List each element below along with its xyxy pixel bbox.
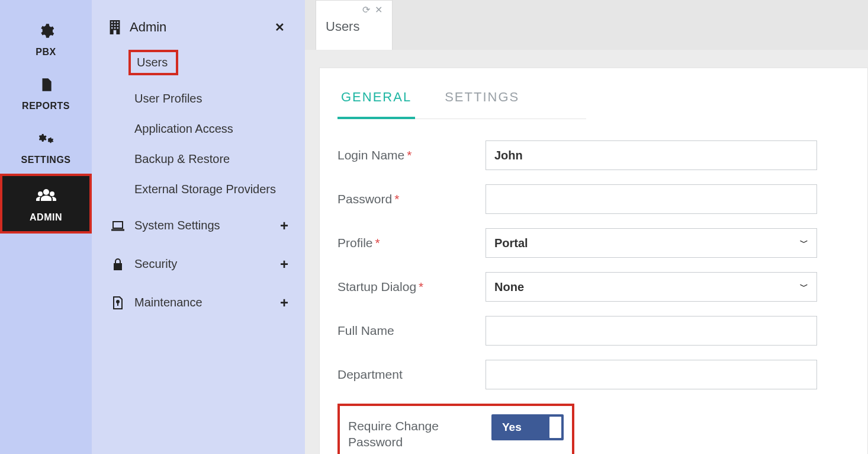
close-icon[interactable]: ✕: [270, 18, 290, 37]
svg-rect-5: [114, 21, 115, 23]
label-password: Password*: [337, 191, 486, 207]
expand-icon[interactable]: +: [280, 256, 288, 273]
document-tab-title: Users: [326, 19, 382, 34]
row-department: Department: [337, 360, 850, 389]
select-startup-dialog-value: None: [494, 280, 524, 294]
main-content: ⟳ ✕ Users GENERAL SETTINGS Login Name* P…: [305, 0, 868, 454]
sidebar-item-label: Application Access: [134, 122, 233, 135]
document-tabbar: ⟳ ✕ Users: [305, 0, 868, 50]
gears-icon: [37, 130, 56, 150]
close-icon[interactable]: ✕: [375, 4, 382, 15]
user-form-card: GENERAL SETTINGS Login Name* Password* P…: [319, 68, 868, 454]
sidebar-item-users[interactable]: Users: [105, 50, 294, 79]
input-department[interactable]: [486, 360, 817, 389]
expand-icon[interactable]: +: [280, 218, 288, 234]
toggle-knob: [549, 417, 561, 438]
sidebar-item-label: Backup & Restore: [134, 152, 230, 165]
svg-point-0: [43, 189, 49, 195]
input-password[interactable]: [486, 184, 817, 214]
building-icon: [107, 20, 123, 34]
rail-label: ADMIN: [30, 212, 62, 223]
tab-settings[interactable]: SETTINGS: [441, 81, 523, 119]
document-icon: [38, 76, 54, 96]
sidebar-item-user-profiles[interactable]: User Profiles: [105, 84, 294, 114]
svg-rect-9: [117, 24, 118, 25]
sidebar-item-label: External Storage Providers: [134, 183, 276, 196]
gear-icon: [38, 23, 54, 42]
row-startup-dialog: Startup Dialog* None ﹀: [337, 272, 850, 302]
row-full-name: Full Name: [337, 316, 850, 346]
svg-rect-6: [117, 21, 118, 23]
row-password: Password*: [337, 184, 850, 214]
row-login-name: Login Name*: [337, 140, 850, 170]
label-full-name: Full Name: [337, 322, 486, 338]
users-icon: [36, 187, 57, 207]
subpanel-title: Admin: [130, 20, 166, 35]
sidebar-item-external-storage[interactable]: External Storage Providers: [105, 174, 294, 204]
select-profile[interactable]: Portal ﹀: [486, 228, 817, 258]
sidebar-item-label: User Profiles: [134, 92, 202, 105]
rail-label: REPORTS: [22, 101, 70, 111]
input-login-name[interactable]: [486, 140, 817, 170]
sidebar-item-label: Maintenance: [134, 296, 202, 309]
label-startup-dialog: Startup Dialog*: [337, 279, 486, 295]
rail-item-admin[interactable]: ADMIN: [0, 174, 92, 234]
subpanel-header: Admin ✕: [105, 18, 294, 50]
sidebar-item-backup-restore[interactable]: Backup & Restore: [105, 144, 294, 174]
main-nav-rail: PBX REPORTS SETTINGS ADMIN: [0, 0, 92, 454]
refresh-icon[interactable]: ⟳: [362, 4, 370, 15]
svg-rect-13: [114, 30, 117, 34]
admin-subpanel: Admin ✕ Users User Profiles Application …: [92, 0, 305, 454]
expand-icon[interactable]: +: [280, 295, 288, 311]
rail-label: SETTINGS: [21, 155, 70, 165]
label-require-change-password: Require Change Password: [348, 414, 491, 450]
inner-tabs: GENERAL SETTINGS: [337, 81, 586, 119]
sidebar-item-label: Users: [128, 50, 178, 75]
rail-item-settings[interactable]: SETTINGS: [0, 120, 92, 174]
label-profile: Profile*: [337, 235, 486, 251]
chevron-down-icon: ﹀: [800, 238, 808, 248]
lock-icon: [111, 258, 125, 271]
row-require-change-password: Require Change Password Yes: [337, 404, 574, 454]
chevron-down-icon: ﹀: [800, 282, 808, 292]
svg-rect-7: [111, 24, 112, 25]
label-login-name: Login Name*: [337, 147, 486, 163]
svg-rect-14: [113, 222, 123, 228]
laptop-icon: [111, 220, 125, 231]
select-profile-value: Portal: [494, 236, 528, 250]
input-full-name[interactable]: [486, 316, 817, 346]
sidebar-item-application-access[interactable]: Application Access: [105, 114, 294, 144]
svg-rect-10: [111, 27, 112, 28]
rail-item-pbx[interactable]: PBX: [0, 12, 92, 66]
select-startup-dialog[interactable]: None ﹀: [486, 272, 817, 302]
svg-point-15: [117, 300, 119, 303]
toggle-value: Yes: [502, 421, 522, 434]
label-department: Department: [337, 366, 486, 382]
sidebar-item-system-settings[interactable]: System Settings +: [105, 210, 294, 241]
svg-rect-8: [114, 24, 115, 25]
svg-rect-12: [117, 27, 118, 28]
svg-rect-4: [111, 21, 112, 23]
sidebar-item-maintenance[interactable]: Maintenance +: [105, 287, 294, 318]
row-profile: Profile* Portal ﹀: [337, 228, 850, 258]
file-icon: [111, 296, 125, 309]
sidebar-item-label: System Settings: [134, 219, 220, 232]
rail-item-reports[interactable]: REPORTS: [0, 66, 92, 120]
toggle-require-change-password[interactable]: Yes: [491, 414, 564, 440]
rail-label: PBX: [36, 47, 56, 57]
svg-rect-11: [114, 27, 115, 28]
svg-point-2: [50, 191, 54, 196]
tab-general[interactable]: GENERAL: [337, 81, 415, 119]
sidebar-item-label: Security: [134, 257, 177, 270]
subpanel-menu: Users User Profiles Application Access B…: [105, 50, 294, 318]
sidebar-item-security[interactable]: Security +: [105, 249, 294, 279]
document-tab-users[interactable]: ⟳ ✕ Users: [316, 0, 393, 50]
svg-point-1: [38, 191, 43, 196]
